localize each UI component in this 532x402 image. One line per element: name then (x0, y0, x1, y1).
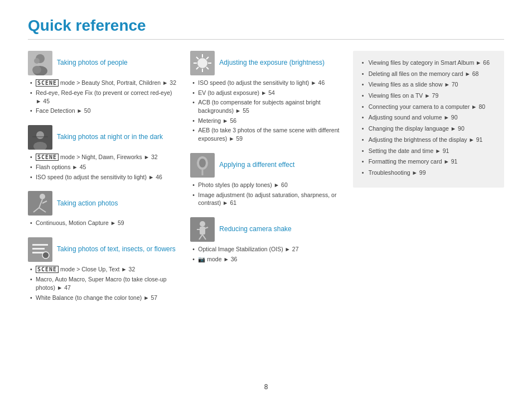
section-header-shake: Reducing camera shake (190, 217, 341, 242)
list-effect: Photo styles (to apply tones) ► 60 Image… (190, 181, 341, 207)
list-item: SCENE mode > Night, Dawn, Fireworks ► 32 (30, 153, 179, 161)
section-header-action: Taking action photos (28, 191, 179, 216)
page: Quick reference Taking photos (0, 0, 532, 402)
list-item: Adjusting sound and volume ► 90 (362, 113, 495, 122)
section-shake: Reducing camera shake Optical Image Stab… (190, 217, 341, 263)
list-item: Continuous, Motion Capture ► 59 (30, 219, 179, 227)
svg-point-10 (40, 194, 45, 199)
column-2: Adjusting the exposure (brightness) ISO … (190, 51, 341, 312)
icon-action (28, 191, 52, 216)
section-title-action: Taking action photos (57, 199, 118, 208)
section-header-effect: Applying a different effect (190, 153, 341, 178)
section-title-exposure: Adjusting the exposure (brightness) (219, 59, 325, 68)
list-item: Deleting all files on the memory card ► … (362, 70, 495, 78)
list-item: SCENE mode > Beauty Shot, Portrait, Chil… (30, 79, 179, 87)
section-title-people: Taking photos of people (57, 59, 128, 68)
list-item: 📷 mode ► 36 (192, 255, 341, 264)
list-item: Troubleshooting ► 99 (362, 169, 495, 177)
list-item: Photo styles (to apply tones) ► 60 (192, 181, 341, 189)
svg-point-4 (32, 66, 41, 74)
list-item: Viewing files as a slide show ► 70 (362, 80, 495, 89)
column-1: Taking photos of people SCENE mode > Bea… (28, 51, 179, 312)
list-people: SCENE mode > Beauty Shot, Portrait, Chil… (28, 79, 179, 115)
list-action: Continuous, Motion Capture ► 59 (28, 219, 179, 227)
icon-text (28, 237, 52, 262)
list-item: Metering ► 56 (192, 117, 341, 125)
list-item: Viewing files on a TV ► 79 (362, 92, 495, 100)
section-header-night: Taking photos at night or in the dark (28, 125, 179, 150)
section-exposure: Adjusting the exposure (brightness) ISO … (190, 51, 341, 143)
list-item: SCENE mode > Close Up, Text ► 32 (30, 265, 179, 274)
svg-rect-16 (32, 244, 48, 246)
svg-rect-17 (32, 248, 45, 250)
list-night: SCENE mode > Night, Dawn, Fireworks ► 32… (28, 153, 179, 181)
list-item: ISO speed (to adjust the sensitivity to … (192, 79, 341, 87)
list-item: Flash options ► 45 (30, 163, 179, 171)
section-title-text: Taking photos of text, insects, or flowe… (57, 245, 176, 254)
list-item: Formatting the memory card ► 91 (362, 157, 495, 166)
list-item: EV (to adjust exposure) ► 54 (192, 89, 341, 97)
section-people: Taking photos of people SCENE mode > Bea… (28, 51, 179, 115)
svg-rect-9 (28, 191, 52, 216)
list-item: Adjusting the brightness of the display … (362, 136, 495, 144)
page-number: 8 (264, 383, 268, 391)
section-effect: Applying a different effect Photo styles… (190, 153, 341, 207)
list-item: ISO speed (to adjust the sensitivity to … (30, 173, 179, 181)
icon-night (28, 125, 52, 150)
svg-point-32 (199, 159, 206, 168)
section-header-text: Taking photos of text, insects, or flowe… (28, 237, 179, 262)
section-header-exposure: Adjusting the exposure (brightness) (190, 51, 341, 75)
list-item: Setting the date and time ► 91 (362, 147, 495, 155)
svg-point-35 (200, 221, 205, 227)
list-item: Red-eye, Red-eye Fix (to prevent or corr… (30, 89, 179, 105)
icon-exposure (190, 51, 215, 75)
section-header-people: Taking photos of people (28, 51, 179, 75)
svg-point-21 (197, 58, 207, 68)
svg-point-6 (36, 131, 44, 139)
svg-rect-8 (32, 136, 48, 137)
list-item: AEB (to take 3 photos of the same scene … (192, 126, 341, 142)
column-3: Viewing files by category in Smart Album… (353, 51, 504, 188)
icon-effect (190, 153, 215, 178)
section-title-shake: Reducing camera shake (219, 225, 291, 234)
svg-point-3 (34, 58, 40, 64)
list-item: Optical Image Stabilization (OIS) ► 27 (192, 245, 341, 253)
list-shake: Optical Image Stabilization (OIS) ► 27 📷… (190, 245, 341, 263)
list-text: SCENE mode > Close Up, Text ► 32 Macro, … (28, 265, 179, 302)
list-item: ACB (to compensate for subjects against … (192, 98, 341, 114)
section-text: Taking photos of text, insects, or flowe… (28, 237, 179, 302)
list-item: Viewing files by category in Smart Album… (362, 59, 495, 67)
section-night: Taking photos at night or in the dark SC… (28, 125, 179, 181)
section-action: Taking action photos Continuous, Motion … (28, 191, 179, 227)
list-item: Connecting your camera to a computer ► 8… (362, 103, 495, 111)
list-item: Image adjustment (to adjust saturation, … (192, 191, 341, 207)
section-title-night: Taking photos at night or in the dark (57, 133, 163, 142)
list-item: Changing the display language ► 90 (362, 125, 495, 133)
svg-point-19 (42, 252, 49, 259)
list-exposure: ISO speed (to adjust the sensitivity to … (190, 79, 341, 143)
svg-rect-36 (200, 227, 205, 234)
page-title: Quick reference (28, 17, 504, 40)
list-item: White Balance (to change the color tone)… (30, 294, 179, 302)
icon-shake (190, 217, 215, 242)
list-item: Face Detection ► 50 (30, 107, 179, 115)
list-item: Macro, Auto Macro, Super Macro (to take … (30, 275, 179, 291)
content-grid: Taking photos of people SCENE mode > Bea… (28, 51, 504, 312)
section-title-effect: Applying a different effect (219, 161, 294, 170)
icon-people (28, 51, 52, 75)
col3-list: Viewing files by category in Smart Album… (362, 59, 495, 177)
